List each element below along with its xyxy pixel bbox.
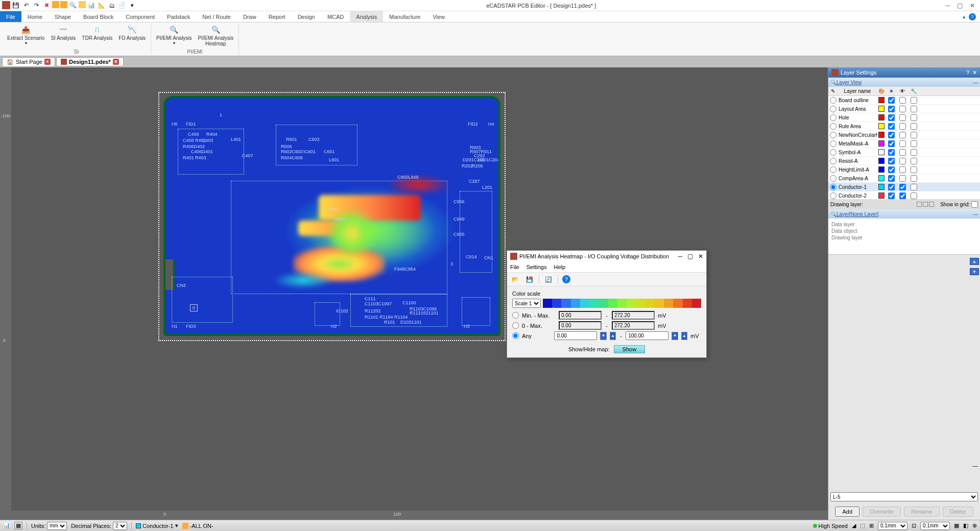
layer-vis-checkbox[interactable] xyxy=(888,192,895,199)
layer-eye-checkbox[interactable] xyxy=(899,123,906,130)
status-tool-2[interactable]: ⬚ xyxy=(860,522,865,529)
up-tri-button[interactable]: ▲ xyxy=(610,332,616,340)
status-tool-4[interactable]: ⊡ xyxy=(912,522,916,529)
tab-analysis[interactable]: Analysis xyxy=(350,11,383,22)
layer-color-swatch[interactable] xyxy=(878,149,885,155)
qat-icon-2[interactable] xyxy=(60,1,67,8)
layer-color-swatch[interactable] xyxy=(878,123,885,129)
layer-combo[interactable]: L-5 xyxy=(830,492,978,501)
layer-radio[interactable] xyxy=(830,184,836,190)
dialog-menu-settings[interactable]: Settings xyxy=(527,264,547,270)
panel-help-icon[interactable]: ? xyxy=(966,69,969,76)
tdr-analysis-button[interactable]: ⎍ TDR Analysis xyxy=(80,23,114,49)
close-button[interactable]: ✕ xyxy=(970,2,975,9)
layer-radio[interactable] xyxy=(830,140,836,147)
layer-lock-checkbox[interactable] xyxy=(911,166,917,173)
any-radio[interactable] xyxy=(512,332,519,339)
maximize-button[interactable]: ▢ xyxy=(957,2,963,9)
file-tab[interactable]: File xyxy=(0,11,21,22)
layer-eye-checkbox[interactable] xyxy=(899,106,906,112)
layer-eye-checkbox[interactable] xyxy=(899,114,906,121)
layer-eye-checkbox[interactable] xyxy=(899,184,906,190)
dialog-maximize-button[interactable]: ▢ xyxy=(687,253,693,260)
layer-vis-checkbox[interactable] xyxy=(888,158,895,164)
layer-color-swatch[interactable] xyxy=(878,114,885,120)
rename-button[interactable]: Rename xyxy=(904,506,940,517)
layer-radio[interactable] xyxy=(830,114,836,121)
ribbon-help-icon[interactable]: ? xyxy=(969,13,976,20)
layer-vis-checkbox[interactable] xyxy=(888,114,895,121)
close-tab-icon[interactable]: ✕ xyxy=(113,59,119,65)
layer-row[interactable]: Conductor-2 xyxy=(828,191,980,199)
layer-lock-checkbox[interactable] xyxy=(911,123,917,130)
layer-eye-checkbox[interactable] xyxy=(899,166,906,173)
layer-radio[interactable] xyxy=(830,175,836,182)
layer-eye-checkbox[interactable] xyxy=(899,140,906,147)
drawing-layer-swatch-2[interactable] xyxy=(923,202,928,207)
layer-color-swatch[interactable] xyxy=(878,140,885,147)
layer-eye-checkbox[interactable] xyxy=(899,132,906,138)
layer-radio[interactable] xyxy=(830,192,836,199)
grid2-select[interactable]: 0.1mm xyxy=(920,522,950,530)
tab-mcad[interactable]: MCAD xyxy=(321,11,350,22)
layer-color-swatch[interactable] xyxy=(878,184,885,190)
layer-lock-checkbox[interactable] xyxy=(911,175,917,182)
qat-icon-1[interactable] xyxy=(52,1,59,8)
up-arrow-button[interactable]: ▲ xyxy=(970,258,979,265)
tab-design[interactable]: Design xyxy=(292,11,321,22)
tab-netroute[interactable]: Net / Route xyxy=(196,11,237,22)
layer-eye-checkbox[interactable] xyxy=(899,192,906,199)
delete-button[interactable]: Delete xyxy=(943,506,973,517)
help-icon[interactable]: ? xyxy=(562,275,570,283)
layer-lock-checkbox[interactable] xyxy=(911,132,917,138)
tab-home[interactable]: Home xyxy=(21,11,49,22)
zeromax-radio[interactable] xyxy=(512,322,519,329)
layer-lock-checkbox[interactable] xyxy=(911,114,917,121)
layer-radio[interactable] xyxy=(830,166,836,173)
layer-color-swatch[interactable] xyxy=(878,175,885,181)
close-tab-icon[interactable]: ✕ xyxy=(44,59,51,65)
any-max-field[interactable] xyxy=(626,331,668,340)
dialog-titlebar[interactable]: PI/EMI Analysis Heatmap - I/O Coupling V… xyxy=(507,251,706,262)
layer-vis-checkbox[interactable] xyxy=(888,97,895,104)
layer-lock-checkbox[interactable] xyxy=(911,106,917,112)
active-layer-indicator[interactable]: Conductor-1 ▾ xyxy=(136,522,178,529)
piemi-analysis-button[interactable]: 🔍 PI/EMI Analysis ▾ xyxy=(154,23,194,49)
tab-padstack[interactable]: Padstack xyxy=(161,11,196,22)
layer-radio[interactable] xyxy=(830,132,836,138)
layer-lock-checkbox[interactable] xyxy=(911,184,917,190)
layer-vis-checkbox[interactable] xyxy=(888,149,895,156)
layer-lock-checkbox[interactable] xyxy=(911,192,917,199)
down-tri-button[interactable]: ▼ xyxy=(600,332,606,340)
layer-vis-checkbox[interactable] xyxy=(888,166,895,173)
extract-scenario-button[interactable]: 📤 Extract Scenario ▾ xyxy=(5,23,46,49)
layer-row[interactable]: Board outline xyxy=(828,96,980,105)
dialog-menu-file[interactable]: File xyxy=(510,264,519,270)
dialog-menu-help[interactable]: Help xyxy=(554,264,565,270)
status-tool-3[interactable]: ⊞ xyxy=(869,522,874,529)
layer-row[interactable]: HeightLimit-A xyxy=(828,165,980,174)
any-min-field[interactable] xyxy=(554,331,597,340)
layer-eye-checkbox[interactable] xyxy=(899,149,906,156)
tab-boardblock[interactable]: Board Block xyxy=(77,11,119,22)
tab-draw[interactable]: Draw xyxy=(237,11,262,22)
status-tool-6[interactable]: ◧ xyxy=(963,522,968,529)
drawing-layer-swatch-3[interactable] xyxy=(929,202,934,207)
down-arrow-button[interactable]: ▼ xyxy=(970,268,979,275)
status-tool-7[interactable]: ⊗ xyxy=(972,522,977,529)
layer-vis-checkbox[interactable] xyxy=(888,123,895,130)
layer-color-swatch[interactable] xyxy=(878,132,885,138)
layer-row[interactable]: Layout Area xyxy=(828,105,980,113)
si-analysis-button[interactable]: 〰 SI Analysis xyxy=(49,23,78,49)
layer-row[interactable]: CompArea-A xyxy=(828,174,980,183)
chart-icon[interactable]: 📊 xyxy=(87,1,96,10)
tab-shape[interactable]: Shape xyxy=(49,11,77,22)
layer-vis-checkbox[interactable] xyxy=(888,184,895,190)
minimize-button[interactable]: ─ xyxy=(945,2,950,9)
layer-lock-checkbox[interactable] xyxy=(911,97,917,104)
grid1-select[interactable]: 0.1mm xyxy=(878,522,907,530)
qat-icon-5[interactable]: 🗂 xyxy=(107,1,116,10)
layer-radio[interactable] xyxy=(830,106,836,112)
layer-color-swatch[interactable] xyxy=(878,158,885,164)
layer-vis-checkbox[interactable] xyxy=(888,106,895,112)
